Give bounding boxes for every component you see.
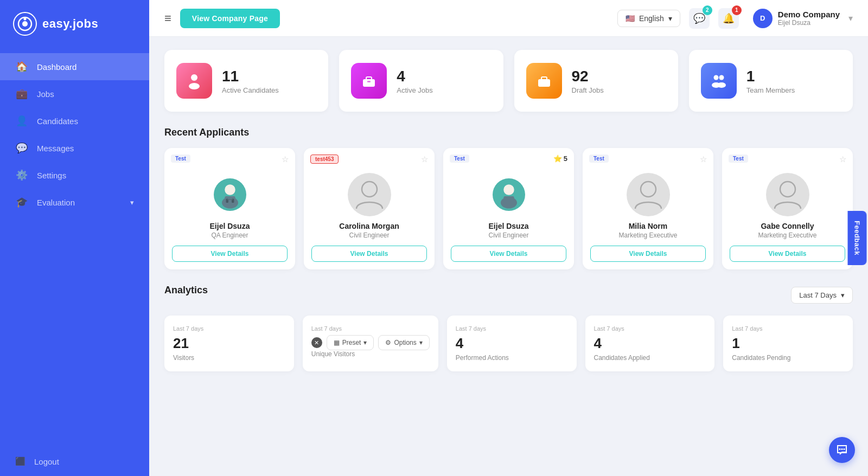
chat-button[interactable]: 💬 2 [689, 8, 710, 29]
applicant-star-2[interactable]: ☆ [421, 155, 428, 164]
applicant-card-3: Test ⭐ 5 Eijel Dsuza Civil Engineer View… [443, 148, 574, 269]
applicant-role-5: Marketing Executive [758, 231, 816, 239]
analytics-title: Analytics [164, 285, 208, 296]
svg-point-15 [225, 184, 235, 195]
svg-point-26 [780, 182, 795, 197]
filter-label: Last 7 Days [799, 291, 837, 299]
svg-rect-7 [367, 81, 371, 82]
svg-rect-5 [363, 79, 375, 87]
draft-jobs-number: 92 [572, 68, 604, 85]
draft-jobs-icon [526, 63, 562, 99]
view-company-page-button[interactable]: View Company Page [180, 9, 280, 28]
applicants-row: Test ☆ Eijel Dsuza QA Engineer View D [164, 148, 853, 269]
candidates-pending-label: Candidates Pending [732, 354, 844, 362]
svg-point-2 [24, 18, 27, 21]
logo-text: easy.jobs [42, 17, 98, 31]
preset-button[interactable]: ▦ Preset ▾ [327, 335, 374, 350]
options-button[interactable]: ⚙ Options ▾ [378, 335, 429, 350]
settings-icon: ⚙️ [15, 169, 28, 181]
jobs-icon: 💼 [15, 88, 28, 100]
filter-chevron-icon: ▾ [841, 291, 845, 299]
messages-icon: 💬 [15, 142, 28, 154]
svg-point-11 [719, 75, 724, 80]
preset-chevron-icon: ▾ [363, 339, 367, 346]
candidates-icon: 👤 [15, 115, 28, 127]
close-button[interactable]: ✕ [311, 337, 322, 348]
applicant-tag-2: test453 [310, 155, 339, 164]
company-info[interactable]: D Demo Company Eijel Dsuza ▾ [748, 9, 853, 28]
preset-icon: ▦ [334, 339, 340, 346]
evaluation-icon: 🎓 [15, 196, 28, 208]
language-selector[interactable]: 🇺🇸 English ▾ [617, 10, 680, 27]
applicant-tag-5: Test [729, 155, 748, 163]
notification-badge: 1 [732, 5, 742, 15]
view-details-button-2[interactable]: View Details [311, 246, 427, 262]
chat-icon: 💬 [693, 12, 705, 24]
applicant-star-5[interactable]: ☆ [839, 155, 846, 164]
svg-point-4 [189, 83, 200, 89]
logo[interactable]: easy.jobs [0, 0, 149, 48]
unique-visitors-period: Last 7 days [311, 325, 430, 332]
stats-row: 11 Active Candidates 4 Active Jobs [164, 50, 853, 112]
performed-actions-period: Last 7 days [456, 325, 568, 332]
sidebar-item-settings[interactable]: ⚙️ Settings [0, 162, 149, 189]
svg-point-20 [362, 182, 377, 197]
applicant-name-4: Milia Norm [629, 222, 668, 230]
applicant-avatar-1 [208, 173, 252, 216]
active-candidates-label: Active Candidates [222, 86, 279, 94]
applicant-role-2: Civil Engineer [349, 231, 389, 239]
chat-badge: 2 [703, 5, 712, 15]
applicant-card-5: Test ☆ Gabe Connelly Marketing Executive… [722, 148, 853, 269]
analytics-card-unique-visitors: Last 7 days ✕ ▦ Preset ▾ ⚙ Options ▾ Un [303, 316, 438, 371]
applicant-star-4[interactable]: ☆ [700, 155, 707, 164]
analytics-header: Analytics Last 7 Days ▾ [164, 285, 853, 306]
active-jobs-icon [351, 63, 387, 99]
applicant-card-4: Test ☆ Milia Norm Marketing Executive Vi… [583, 148, 713, 269]
svg-point-29 [844, 448, 845, 450]
candidates-applied-value: 4 [594, 335, 706, 352]
rating-value: 5 [564, 155, 567, 163]
company-avatar: D [753, 9, 773, 28]
applicant-tag-3: Test [450, 155, 469, 163]
analytics-filter[interactable]: Last 7 Days ▾ [791, 287, 853, 304]
candidates-applied-period: Last 7 days [594, 325, 706, 332]
company-user: Eijel Dsuza [778, 19, 840, 27]
stat-card-draft-jobs: 92 Draft Jobs [514, 50, 678, 112]
company-name: Demo Company [778, 10, 840, 19]
applicant-name-1: Eijel Dsuza [210, 222, 250, 230]
view-details-button-3[interactable]: View Details [451, 246, 566, 262]
logout-button[interactable]: ⬛ Logout [0, 447, 149, 476]
svg-point-13 [717, 82, 726, 88]
svg-point-1 [22, 21, 28, 27]
view-details-button-5[interactable]: View Details [730, 246, 845, 262]
applicant-role-3: Civil Engineer [488, 231, 528, 239]
options-chevron-icon: ▾ [419, 339, 423, 346]
svg-point-22 [503, 184, 514, 195]
header: ≡ View Company Page 🇺🇸 English ▾ 💬 2 🔔 1… [149, 0, 868, 37]
view-details-button-1[interactable]: View Details [172, 246, 288, 262]
menu-icon[interactable]: ≡ [164, 11, 171, 25]
applicant-tag-1: Test [171, 155, 190, 163]
sidebar-item-jobs[interactable]: 💼 Jobs [0, 80, 149, 107]
sidebar-item-dashboard[interactable]: 🏠 Dashboard [0, 53, 149, 80]
logout-label: Logout [34, 457, 59, 466]
svg-rect-9 [541, 77, 547, 80]
applicant-star-1[interactable]: ☆ [282, 155, 289, 164]
stat-card-team-members: 1 Team Members [689, 50, 853, 112]
applicant-name-5: Gabe Connelly [761, 222, 814, 230]
candidates-pending-value: 1 [732, 335, 844, 352]
performed-actions-value: 4 [456, 335, 568, 352]
analytics-card-visitors: Last 7 days 21 Visitors [164, 316, 294, 371]
rating-star-icon: ⭐ [553, 155, 562, 163]
options-label: Options [394, 339, 416, 346]
sidebar-item-evaluation[interactable]: 🎓 Evaluation ▾ [0, 189, 149, 216]
feedback-button[interactable]: Feedback [848, 211, 867, 265]
chat-support-button[interactable] [829, 437, 855, 463]
notification-button[interactable]: 🔔 1 [718, 8, 739, 29]
sidebar-item-candidates[interactable]: 👤 Candidates [0, 107, 149, 134]
view-details-button-4[interactable]: View Details [590, 246, 706, 262]
sidebar-item-messages[interactable]: 💬 Messages [0, 134, 149, 162]
analytics-cards: Last 7 days 21 Visitors Last 7 days ✕ ▦ … [164, 316, 853, 371]
applicant-rating-3: ⭐ 5 [553, 155, 567, 163]
unique-visitors-label: Unique Visitors [311, 350, 430, 358]
